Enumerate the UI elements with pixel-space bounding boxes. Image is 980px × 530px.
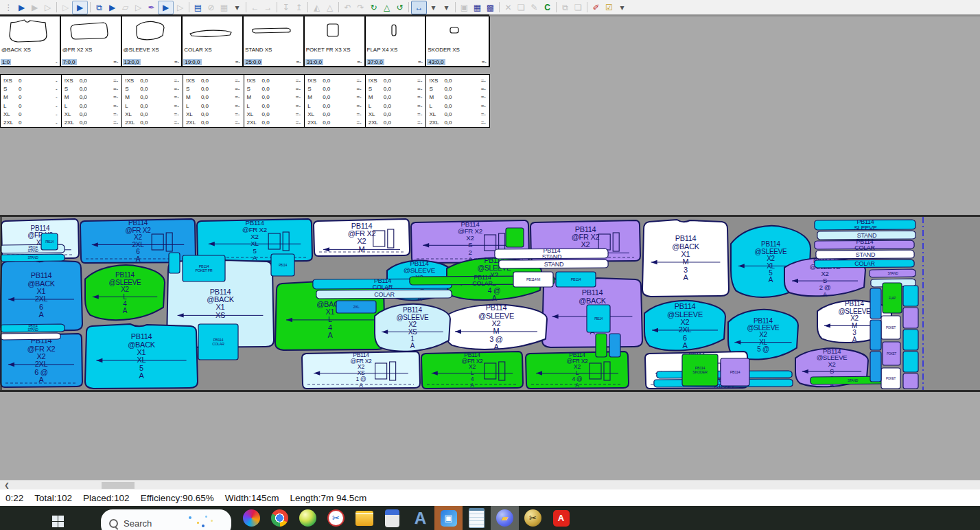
nav-forward-icon[interactable]: → xyxy=(261,1,275,14)
marker-piece-bar[interactable]: STAND xyxy=(817,231,915,240)
nav-back-icon[interactable]: ← xyxy=(248,1,261,14)
taskbar-icon-calculator[interactable] xyxy=(378,506,406,530)
size-table-5[interactable]: !XS0,0=-S0,0=-M0,0=-L0,0=-XL0,0=-2XL0,0=… xyxy=(305,75,366,127)
run-nest-icon[interactable]: ▶ xyxy=(15,1,28,14)
step-dashed-icon[interactable]: ▷ xyxy=(59,1,72,14)
link-pieces-icon[interactable]: ⧉ xyxy=(559,1,572,14)
taskbar-icon-snipping[interactable]: ✂ xyxy=(322,506,350,530)
marker-piece-rect[interactable]: PB114 xyxy=(271,254,294,276)
rotate-cw-icon[interactable]: ↷ xyxy=(354,1,367,14)
disable-icon[interactable]: ⊘ xyxy=(205,1,218,14)
mirror-icon[interactable]: ◭ xyxy=(310,1,323,14)
marker-piece-rect[interactable]: PB114 xyxy=(556,272,596,287)
size-table-0[interactable]: !XS0-S0-M0-L0-XL0-2XL0- xyxy=(1,75,62,127)
refresh-icon[interactable]: C xyxy=(541,1,554,14)
scrollbar-thumb[interactable] xyxy=(102,482,135,489)
run-panel-icon[interactable]: ▶ xyxy=(72,1,88,14)
order-table-icon[interactable]: ▤ xyxy=(191,1,205,14)
table-dropdown-icon[interactable]: ▾ xyxy=(231,1,244,14)
marker-piece-back-2xl[interactable]: PB114@BACKX12XL6A xyxy=(0,260,82,331)
library-piece-sleeve[interactable]: @SLEEVE XS13:0,0=- xyxy=(122,16,183,66)
marker-piece-rect[interactable] xyxy=(870,288,881,319)
marker-piece-bar[interactable]: COLAR xyxy=(815,260,914,268)
marker-piece-rect[interactable] xyxy=(903,286,918,306)
taskbar-icon-letter-a[interactable]: A xyxy=(406,506,434,530)
marker-piece-rect[interactable] xyxy=(506,228,524,247)
taskbar-icon-notepad[interactable] xyxy=(463,506,491,530)
marker-piece-stand[interactable]: PB114STAND xyxy=(495,247,608,260)
marker-piece-rect[interactable] xyxy=(596,334,607,357)
marker-piece-rect[interactable]: PB114 xyxy=(41,233,58,250)
taskbar-icon-chrome[interactable] xyxy=(266,506,294,530)
taskbar-icon-file-explorer[interactable] xyxy=(350,506,378,530)
rotate-piece-icon[interactable]: ✒ xyxy=(145,1,158,14)
marker-piece-rect[interactable]: FLAP xyxy=(883,283,902,313)
auto-run-icon[interactable]: ▷ xyxy=(132,1,145,14)
move-down-icon[interactable]: ↧ xyxy=(279,1,292,14)
new-marker-icon[interactable]: ⧉ xyxy=(93,1,106,14)
marker-piece-rect[interactable]: PB114 xyxy=(587,305,610,332)
marker-piece-rect[interactable] xyxy=(870,352,881,382)
library-piece-back[interactable]: @BACK XS1:0- xyxy=(0,16,61,66)
marker-piece-sleeve[interactable]: PB114SLEEVE xyxy=(815,218,915,231)
run-list-icon[interactable]: ▷ xyxy=(174,1,187,14)
marker-piece-back-xl[interactable]: PB114@BACKX1XL5A xyxy=(85,324,198,389)
rotate-free-icon[interactable]: ↻ xyxy=(367,1,380,14)
library-piece-colar[interactable]: COLAR XS19:0,0=- xyxy=(183,16,244,66)
run-nest-disabled-icon[interactable]: ▶ xyxy=(28,1,41,14)
marker-piece-bar[interactable]: COLAR xyxy=(316,290,452,299)
taskbar-icon-file-orb[interactable]: ▰ xyxy=(491,506,519,530)
library-piece-fr[interactable]: @FR X2 XS7:0,0=- xyxy=(61,16,122,66)
size-table-3[interactable]: !XS0,0=-S0,0=-M0,0=-L0,0=-XL0,0=-2XL0,0=… xyxy=(183,75,244,127)
marker-piece-colar[interactable]: PB114COLAR xyxy=(815,238,914,251)
marker-piece-rect[interactable] xyxy=(903,330,918,350)
taskbar-icon-photos[interactable]: ▣ xyxy=(434,506,463,530)
delete-icon[interactable]: ✕ xyxy=(502,1,515,14)
marker-piece-rect[interactable]: 2XL xyxy=(336,301,376,313)
marker-piece-rect[interactable] xyxy=(870,320,881,350)
marker-piece-rect[interactable]: POKET xyxy=(881,316,900,339)
end-dropdown-icon[interactable]: ▾ xyxy=(616,1,629,14)
size-table-7[interactable]: !XS0,0=-S0,0=-M0,0=-L0,0=-XL0,0=-2XL0,0=… xyxy=(426,75,489,127)
measure-grid-icon[interactable]: ▩ xyxy=(484,1,497,14)
edit-sheet-icon[interactable]: ✎ xyxy=(528,1,541,14)
marker-piece-poketfr[interactable]: PB114POKET FR xyxy=(183,255,225,281)
tools-dropdown-icon[interactable]: ▾ xyxy=(440,1,453,14)
move-up-icon[interactable]: ↥ xyxy=(292,1,305,14)
marker-piece-colar[interactable]: PB114COLAR xyxy=(198,324,238,360)
library-piece-skoder[interactable]: SKODER XS43:0,0=- xyxy=(426,16,490,66)
taskbar-search[interactable]: Search xyxy=(101,509,231,530)
marker-piece-back-m[interactable]: PB114@BACKX1M3A xyxy=(642,220,729,297)
library-piece-poket[interactable]: POKET FR X3 XS31:0,0=- xyxy=(305,16,366,66)
size-table-2[interactable]: !XS0,0=-S0,0=-M0,0=-L0,0=-XL0,0=-2XL0,0=… xyxy=(122,75,183,127)
marker-nesting-area[interactable]: PB114@FR X2X2XSPB114@FR X2X22XL6APB114@F… xyxy=(0,215,980,392)
pieces-queue-icon[interactable]: ▱ xyxy=(119,1,132,14)
marker-piece-skoder[interactable]: PB114SKODER xyxy=(682,354,718,386)
marker-piece-rect[interactable] xyxy=(609,334,620,357)
step-nest-icon[interactable]: ▷ xyxy=(41,1,54,14)
slide-icon[interactable]: ↔ xyxy=(411,1,427,14)
rotate-ccw-icon[interactable]: ↶ xyxy=(341,1,354,14)
copy-sheet-icon[interactable]: ❏ xyxy=(572,1,585,14)
marker-piece-frx2-m[interactable]: PB114@FR X2X2M xyxy=(314,219,410,256)
marker-piece-rect[interactable]: POKET xyxy=(883,342,900,365)
marker-piece-frx2-l[interactable]: PB114@FR X2X2L4A xyxy=(421,352,523,389)
taskbar-icon-gold-scissors[interactable]: ✂ xyxy=(519,506,547,530)
slide-dropdown-icon[interactable]: ▾ xyxy=(427,1,440,14)
marker-piece-bar[interactable]: STAND xyxy=(1,254,65,262)
toolbar-drag-handle[interactable]: ⋮ xyxy=(2,1,15,14)
marker-piece-rect[interactable] xyxy=(903,308,918,328)
marker-piece-frx2-2xl[interactable]: PB114@FR X2X22XL6 @A xyxy=(0,334,82,387)
rotate-angle-icon[interactable]: △ xyxy=(380,1,393,14)
size-table-6[interactable]: !XS0,0=-S0,0=-M0,0=-L0,0=-XL0,0=-2XL0,0=… xyxy=(366,75,427,127)
taskbar-icon-copilot[interactable] xyxy=(237,506,266,530)
marker-piece-rect[interactable]: PB114 xyxy=(721,358,749,386)
marker-piece-rect[interactable] xyxy=(903,373,918,389)
marker-piece-bar[interactable]: STAND xyxy=(816,250,914,259)
start-button[interactable] xyxy=(52,516,64,527)
marker-piece-sleeve-m[interactable]: PB114@SLEEVEX2M3 @A xyxy=(445,303,547,351)
stamp-icon[interactable]: ❏ xyxy=(515,1,528,14)
marker-piece-rect[interactable]: POKET xyxy=(881,368,900,389)
size-table-4[interactable]: !XS0,0=-S0,0=-M0,0=-L0,0=-XL0,0=-2XL0,0=… xyxy=(244,75,305,127)
marker-piece-bar[interactable]: STAND xyxy=(499,260,608,268)
